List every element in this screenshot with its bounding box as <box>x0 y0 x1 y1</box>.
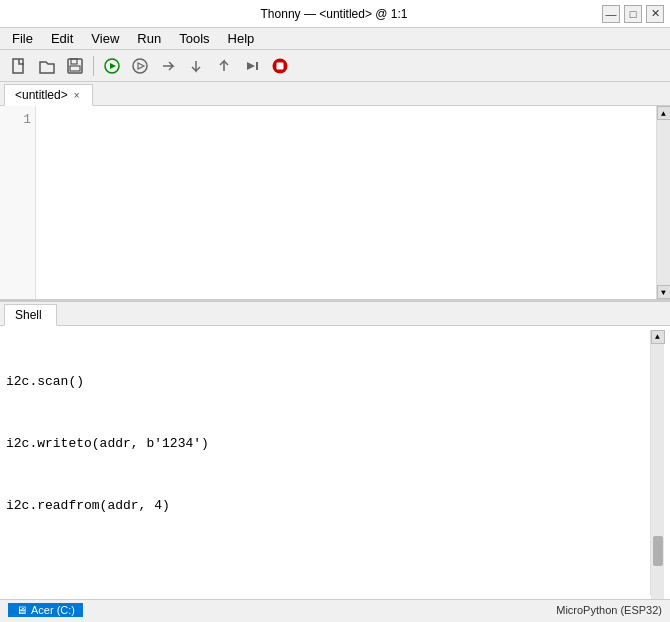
editor-area: 1 ▲ ▼ <box>0 106 670 302</box>
toolbar-sep-1 <box>93 56 94 76</box>
editor-tab-bar: <untitled> × <box>0 82 670 106</box>
menu-help[interactable]: Help <box>220 29 263 48</box>
save-file-button[interactable] <box>62 53 88 79</box>
line-numbers: 1 <box>0 106 36 299</box>
shell-line: i2c.writeto(addr, b'1234') <box>6 434 650 455</box>
window-title: Thonny — <untitled> @ 1:1 <box>66 7 602 21</box>
menu-file[interactable]: File <box>4 29 41 48</box>
title-bar: Thonny — <untitled> @ 1:1 — □ ✕ <box>0 0 670 28</box>
shell-scroll-thumb[interactable] <box>653 536 663 566</box>
svg-rect-11 <box>277 62 284 69</box>
status-left: 🖥 Acer (C:) <box>8 603 83 617</box>
taskbar-indicator[interactable]: 🖥 Acer (C:) <box>8 603 83 617</box>
svg-marker-8 <box>247 62 255 70</box>
step-out-button[interactable] <box>211 53 237 79</box>
menu-bar: File Edit View Run Tools Help <box>0 28 670 50</box>
shell-tab[interactable]: Shell <box>4 304 57 326</box>
window-controls: — □ ✕ <box>602 5 664 23</box>
menu-edit[interactable]: Edit <box>43 29 81 48</box>
open-file-button[interactable] <box>34 53 60 79</box>
minimize-button[interactable]: — <box>602 5 620 23</box>
shell-tab-label: Shell <box>15 308 42 322</box>
menu-view[interactable]: View <box>83 29 127 48</box>
line-number: 1 <box>4 110 31 130</box>
status-right: MicroPython (ESP32) <box>556 604 662 616</box>
shell-text: i2c.scan() i2c.writeto(addr, b'1234') i2… <box>6 330 650 595</box>
step-over-button[interactable] <box>155 53 181 79</box>
scroll-down-arrow[interactable]: ▼ <box>657 285 671 299</box>
shell-line: i2c.readfrom(addr, 4) <box>6 496 650 517</box>
shell-scrollbar[interactable]: ▲ ▼ <box>650 330 664 595</box>
svg-rect-9 <box>256 62 258 70</box>
micropython-status: MicroPython (ESP32) <box>556 604 662 616</box>
status-bar: 🖥 Acer (C:) MicroPython (ESP32) <box>0 599 670 619</box>
editor-tab-label: <untitled> <box>15 88 68 102</box>
maximize-button[interactable]: □ <box>624 5 642 23</box>
editor-content[interactable] <box>36 106 656 299</box>
editor-tab-close[interactable]: × <box>74 90 80 101</box>
taskbar-label: Acer (C:) <box>31 604 75 616</box>
step-into-button[interactable] <box>183 53 209 79</box>
editor-tab-untitled[interactable]: <untitled> × <box>4 84 93 106</box>
editor-scroll-track[interactable] <box>657 120 670 285</box>
shell-content[interactable]: i2c.scan() i2c.writeto(addr, b'1234') i2… <box>0 326 670 599</box>
svg-rect-0 <box>13 59 23 73</box>
shell-line: i2c.scan() <box>6 372 650 393</box>
shell-line <box>6 559 650 580</box>
debug-button[interactable] <box>127 53 153 79</box>
close-button[interactable]: ✕ <box>646 5 664 23</box>
svg-rect-3 <box>70 66 80 71</box>
editor-scrollbar[interactable]: ▲ ▼ <box>656 106 670 299</box>
menu-run[interactable]: Run <box>129 29 169 48</box>
new-file-button[interactable] <box>6 53 32 79</box>
taskbar-icon: 🖥 <box>16 604 27 616</box>
shell-tab-bar: Shell <box>0 302 670 326</box>
run-button[interactable] <box>99 53 125 79</box>
svg-marker-5 <box>110 63 116 69</box>
resume-button[interactable] <box>239 53 265 79</box>
shell-panel: Shell i2c.scan() i2c.writeto(addr, b'123… <box>0 302 670 599</box>
toolbar <box>0 50 670 82</box>
menu-tools[interactable]: Tools <box>171 29 217 48</box>
scroll-up-arrow[interactable]: ▲ <box>657 106 671 120</box>
shell-scroll-up[interactable]: ▲ <box>651 330 665 344</box>
stop-button[interactable] <box>267 53 293 79</box>
svg-marker-7 <box>138 63 144 69</box>
shell-scroll-track[interactable] <box>651 344 664 599</box>
